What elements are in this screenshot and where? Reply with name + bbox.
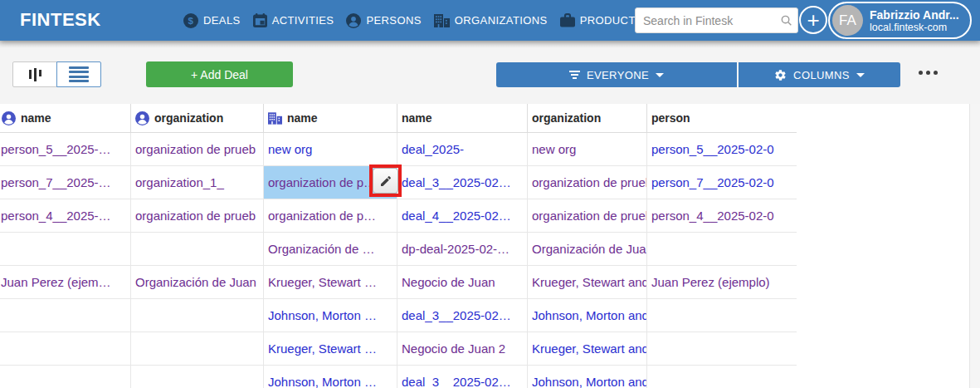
table-cell[interactable]: Organización de Juan (527, 233, 646, 265)
table-cell[interactable]: new org (263, 133, 397, 165)
table-cell[interactable]: Johnson, Morton and T (527, 299, 646, 332)
table-cell[interactable]: deal_3__2025-02… (397, 366, 527, 388)
cell-link: person_7__2025-02-0 (651, 175, 774, 189)
column-header-name[interactable]: name (397, 104, 527, 132)
table-cell[interactable]: Organización de Juan (130, 266, 263, 298)
cell-link: organization_1_ (135, 175, 224, 189)
nav-item-persons[interactable]: PERSONS (346, 13, 421, 28)
column-header-label: organization (154, 111, 223, 125)
columns-button[interactable]: COLUMNS (739, 62, 900, 87)
user-profile-chip[interactable]: FA Fabrizzio Andr... local.fintesk-com (828, 2, 972, 39)
table-cell[interactable]: Johnson, Morton … (263, 299, 397, 332)
person-icon (2, 111, 16, 125)
table-cell[interactable]: Johnson, Morton … (263, 366, 397, 388)
table-cell (646, 233, 797, 265)
table-cell[interactable]: person_4__2025-02-0 (646, 199, 797, 232)
cell-link: Juan Perez (ejemplo) (651, 275, 770, 289)
table-body: person_5__2025-…organization de pruebnew… (0, 133, 969, 388)
cell-link: person_5__2025-… (1, 142, 111, 156)
column-header-person[interactable]: person (646, 104, 797, 132)
table-cell[interactable]: person_4__2025-… (0, 199, 130, 232)
table-cell (130, 366, 263, 388)
table-cell[interactable]: deal_3__2025-02… (397, 166, 527, 199)
table-cell[interactable]: organization de prueb (527, 199, 646, 232)
nav-item-activities[interactable]: ACTIVITIES (253, 13, 334, 27)
table-row: Organización de …dp-deal-2025-02-…Organi… (0, 233, 797, 266)
column-header-name[interactable]: name (0, 104, 130, 132)
table-cell[interactable]: Krueger, Stewart … (263, 332, 397, 365)
more-options-button[interactable] (919, 71, 938, 75)
view-toggle-group (12, 61, 101, 87)
table-cell[interactable]: Negocio de Juan (397, 266, 527, 298)
table-cell[interactable]: Juan Perez (ejem… (0, 266, 130, 298)
cell-link: Krueger, Stewart and (532, 275, 646, 289)
cell-link: new org (532, 142, 576, 156)
column-header-name[interactable]: name (263, 104, 397, 132)
table-cell[interactable]: Johnson, Morton and T (527, 366, 646, 388)
cell-link: deal_3__2025-02… (402, 308, 511, 322)
nav-item-organizations[interactable]: ORGANIZATIONS (434, 14, 548, 27)
table-cell[interactable]: organization_1_ (130, 166, 263, 199)
column-header-organization[interactable]: organization (130, 104, 263, 132)
list-view-button[interactable] (56, 61, 101, 87)
table-cell[interactable]: Krueger, Stewart … (263, 266, 397, 298)
cell-link: organization de prueb (135, 142, 256, 156)
table-cell[interactable]: new org (527, 133, 646, 165)
kanban-icon (29, 68, 41, 81)
add-deal-button[interactable]: + Add Deal (146, 61, 293, 87)
table-cell[interactable]: organization de prueb (130, 199, 263, 232)
cell-link: Johnson, Morton … (268, 375, 377, 388)
table-cell[interactable]: person_5__2025-02-0 (646, 133, 797, 165)
table-cell[interactable]: person_5__2025-… (0, 133, 130, 165)
nav-item-label: DEALS (203, 14, 241, 27)
table-cell[interactable]: person_7__2025-02-0 (646, 166, 797, 199)
table-cell[interactable]: person_7__2025-… (0, 166, 130, 199)
cell-link: deal_4__2025-02… (402, 209, 511, 223)
table-cell[interactable]: deal_3__2025-02… (397, 299, 527, 332)
table-cell[interactable]: dp-deal-2025-02-… (397, 233, 527, 265)
app-logo[interactable]: FINTESK (20, 9, 101, 31)
chevron-down-icon (656, 73, 664, 77)
table-row: person_4__2025-…organization de prueborg… (0, 199, 797, 233)
cell-link: Krueger, Stewart … (268, 341, 377, 356)
products-icon (560, 13, 575, 27)
table-cell[interactable]: Juan Perez (ejemplo) (646, 266, 797, 298)
chevron-down-icon (856, 73, 865, 77)
table-cell[interactable]: deal_4__2025-02… (397, 199, 527, 232)
annotation-red-box (369, 165, 402, 197)
deals-table: nameorganizationnamenameorganizationpers… (0, 104, 969, 388)
user-name: Fabrizzio Andr... (870, 8, 959, 22)
table-cell (0, 332, 130, 365)
nav-item-deals[interactable]: $DEALS (183, 13, 241, 28)
quick-add-button[interactable]: + (799, 6, 827, 34)
search-input[interactable] (635, 7, 798, 33)
table-cell[interactable]: Negocio de Juan 2 (397, 332, 527, 365)
nav-item-label: PRODUCTS (580, 14, 643, 27)
table-cell[interactable]: deal_2025- (397, 133, 527, 165)
columns-label: COLUMNS (793, 69, 850, 81)
table-header-row: nameorganizationnamenameorganizationpers… (0, 104, 797, 133)
table-cell[interactable]: Krueger, Stewart and (527, 332, 646, 365)
table-cell[interactable]: Krueger, Stewart and (527, 266, 646, 298)
column-header-label: organization (532, 111, 601, 125)
cell-link: organization de p… (268, 209, 376, 223)
organizations-icon (434, 14, 450, 27)
edit-cell-button[interactable] (373, 168, 398, 194)
user-info: Fabrizzio Andr... local.fintesk-com (870, 8, 959, 33)
column-header-label: name (21, 111, 51, 125)
table-cell[interactable]: organization de p… (263, 199, 397, 232)
column-header-organization[interactable]: organization (527, 104, 646, 132)
filter-everyone-button[interactable]: EVERYONE (496, 62, 737, 87)
table-cell[interactable]: Organización de … (263, 233, 397, 265)
pipeline-view-button[interactable] (12, 61, 57, 87)
cell-link: Johnson, Morton and T (532, 308, 646, 322)
table-cell[interactable]: organization de prueb (130, 133, 263, 165)
table-cell (130, 332, 263, 365)
organization-icon (268, 112, 282, 125)
nav-item-products[interactable]: PRODUCTS (560, 13, 643, 27)
cell-link: person_5__2025-02-0 (651, 142, 774, 156)
table-cell (646, 332, 797, 365)
table-cell (130, 233, 263, 265)
table-cell[interactable]: organization de prueb (527, 166, 646, 199)
cell-link: Johnson, Morton and T (532, 375, 646, 388)
